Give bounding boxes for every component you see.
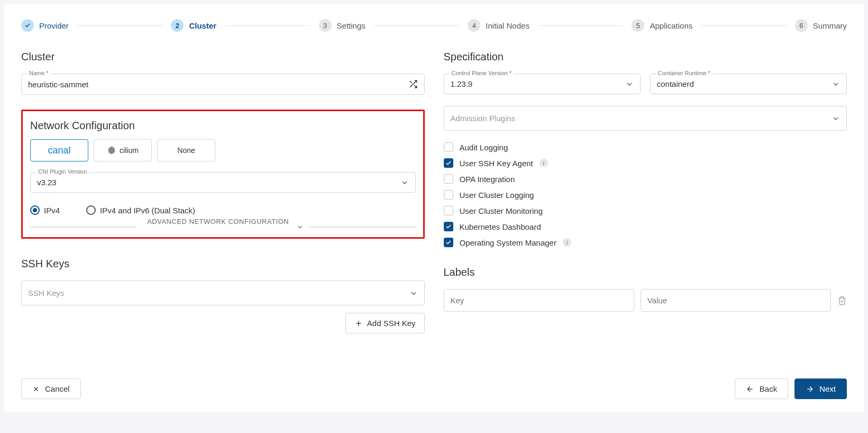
control-plane-version-select[interactable]: Control Plane Version * 1.23.9 — [444, 74, 641, 94]
checkbox[interactable] — [444, 174, 453, 184]
svg-line-2 — [410, 81, 412, 83]
step-label: Initial Nodes — [486, 21, 529, 30]
step-number-icon: 2 — [171, 19, 184, 32]
wizard-stepper: Provider 2 Cluster 3 Settings 4 Initial … — [21, 19, 847, 32]
field-label: Control Plane Version * — [450, 70, 514, 76]
step-initial-nodes[interactable]: 4 Initial Nodes — [468, 19, 529, 32]
trash-icon[interactable] — [837, 296, 847, 305]
back-button[interactable]: Back — [735, 378, 788, 399]
next-button[interactable]: Next — [794, 378, 847, 399]
cancel-button[interactable]: Cancel — [21, 378, 81, 399]
button-label: Add SSH Key — [367, 319, 416, 328]
chevron-down-icon — [832, 80, 840, 88]
ip-mode-ipv4[interactable]: IPv4 — [30, 205, 60, 215]
cni-version-value: v3.23 — [37, 178, 400, 187]
check-label: User Cluster Logging — [460, 191, 534, 200]
none-label: None — [177, 146, 195, 155]
spec-title: Specification — [444, 51, 847, 63]
admission-placeholder: Admission Plugins — [451, 114, 832, 123]
canal-logo: canal — [48, 145, 70, 156]
radio-selected-icon — [30, 205, 40, 215]
close-icon — [32, 385, 40, 393]
check-label: Operating System Manager — [460, 238, 556, 247]
check-label: OPA Integration — [460, 175, 515, 184]
arrow-left-icon — [746, 385, 754, 393]
info-icon[interactable]: i — [563, 238, 571, 247]
button-label: Cancel — [45, 384, 70, 393]
check-item: User Cluster Logging — [444, 190, 847, 200]
labels-title: Labels — [444, 266, 847, 278]
checkbox[interactable] — [444, 158, 453, 168]
step-number-icon: 3 — [319, 19, 332, 32]
label-value-input[interactable] — [641, 289, 831, 312]
step-summary[interactable]: 6 Summary — [795, 19, 847, 32]
check-item: OPA Integration — [444, 174, 847, 184]
arrow-right-icon — [806, 385, 814, 393]
check-item: Operating System Manageri — [444, 238, 847, 247]
cni-option-none[interactable]: None — [157, 139, 215, 161]
button-label: Next — [819, 384, 836, 393]
ssh-title: SSH Keys — [21, 258, 425, 270]
step-applications[interactable]: 5 Applications — [632, 19, 692, 32]
check-label: User SSH Key Agent — [460, 159, 533, 168]
ssh-placeholder: SSH Keys — [28, 288, 409, 297]
cni-option-canal[interactable]: canal — [30, 139, 88, 161]
checkbox[interactable] — [444, 142, 453, 152]
chevron-down-icon — [625, 80, 634, 88]
radio-label: IPv4 and IPv6 (Dual Stack) — [100, 206, 195, 215]
step-label: Settings — [337, 21, 366, 30]
cluster-title: Cluster — [21, 51, 425, 63]
runtime-value: containerd — [657, 79, 832, 88]
key-input[interactable] — [451, 296, 627, 305]
step-divider — [701, 25, 787, 26]
step-cluster[interactable]: 2 Cluster — [171, 19, 216, 32]
check-item: Audit Logging — [444, 142, 847, 152]
ssh-keys-select[interactable]: SSH Keys — [21, 281, 425, 305]
add-ssh-key-button[interactable]: Add SSH Key — [345, 313, 425, 333]
cluster-name-field[interactable]: Name * — [21, 74, 425, 95]
step-provider[interactable]: Provider — [21, 19, 69, 32]
cluster-name-input[interactable] — [28, 80, 408, 89]
radio-label: IPv4 — [44, 206, 60, 215]
step-number-icon: 6 — [795, 19, 808, 32]
svg-marker-3 — [108, 147, 115, 155]
check-item: User Cluster Monitoring — [444, 206, 847, 215]
step-divider — [374, 25, 460, 26]
admission-plugins-select[interactable]: Admission Plugins — [444, 106, 847, 131]
container-runtime-select[interactable]: Container Runtime * containerd — [650, 74, 847, 94]
cni-option-cilium[interactable]: cilium — [94, 139, 152, 161]
checkbox[interactable] — [444, 222, 453, 231]
button-label: Back — [760, 384, 777, 393]
check-item: Kubernetes Dashboard — [444, 222, 847, 231]
network-config-section: Network Configuration canal cilium None — [21, 110, 425, 239]
check-item: User SSH Key Agenti — [444, 158, 847, 168]
cp-value: 1.23.9 — [451, 79, 625, 88]
info-icon[interactable]: i — [540, 159, 548, 167]
field-label: CNI Plugin Version — [36, 168, 89, 175]
field-label: Name * — [27, 70, 51, 76]
plus-icon — [354, 319, 363, 328]
step-label: Provider — [39, 21, 69, 30]
step-label: Cluster — [189, 21, 216, 30]
cilium-logo: cilium — [107, 146, 139, 155]
checkbox[interactable] — [444, 206, 453, 215]
check-icon — [21, 19, 34, 32]
ip-mode-dual[interactable]: IPv4 and IPv6 (Dual Stack) — [86, 205, 195, 215]
step-divider — [538, 25, 624, 26]
cni-version-select[interactable]: CNI Plugin Version v3.23 — [30, 172, 416, 193]
spec-checklist: Audit LoggingUser SSH Key AgentiOPA Inte… — [444, 142, 847, 247]
step-number-icon: 5 — [632, 19, 644, 32]
checkbox[interactable] — [444, 190, 453, 200]
checkbox[interactable] — [444, 238, 453, 247]
advanced-network-toggle[interactable]: ADVANCED NETWORK CONFIGURATION — [30, 227, 416, 228]
step-label: Applications — [650, 21, 692, 30]
label-key-input[interactable] — [444, 289, 634, 312]
value-input[interactable] — [647, 296, 824, 305]
shuffle-icon[interactable] — [408, 79, 418, 89]
chevron-down-icon — [832, 114, 840, 123]
chevron-down-icon — [296, 223, 304, 231]
check-label: Kubernetes Dashboard — [460, 222, 541, 231]
chevron-down-icon — [409, 289, 418, 297]
step-settings[interactable]: 3 Settings — [319, 19, 366, 32]
radio-unselected-icon — [86, 205, 96, 215]
